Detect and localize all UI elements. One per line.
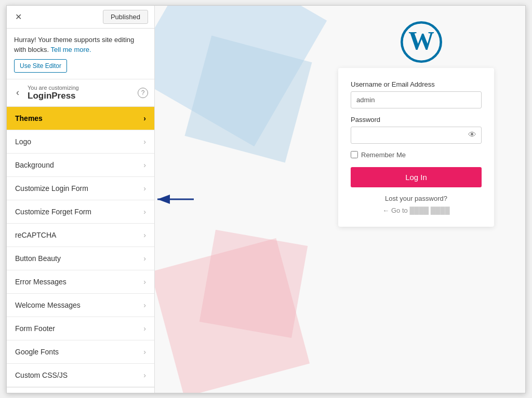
remember-me-row: Remember Me <box>351 151 482 159</box>
customizing-label: You are customizing <box>28 85 138 91</box>
menu-item-customize-login-form[interactable]: Customize Login Form › <box>7 177 154 200</box>
chevron-right-icon: › <box>143 301 146 309</box>
menu-item-label: Customize Forget Form <box>15 208 91 216</box>
chevron-right-icon: › <box>143 114 146 122</box>
go-to-line: ← Go to ████ ████ <box>351 207 482 214</box>
arrow-indicator <box>155 191 196 207</box>
chevron-right-icon: › <box>143 231 146 239</box>
site-link[interactable]: ████ ████ <box>409 207 449 214</box>
chevron-right-icon: › <box>143 184 146 193</box>
remember-me-label: Remember Me <box>361 151 406 159</box>
shape-pink2 <box>200 229 308 338</box>
username-input[interactable] <box>351 91 482 108</box>
login-card: Username or Email Address Password 👁 Rem… <box>338 68 494 227</box>
menu-item-label: Error Messages <box>15 278 66 286</box>
wp-logo-area: W <box>401 21 442 65</box>
menu-item-custom-css-js[interactable]: Custom CSS/JS › <box>7 364 154 387</box>
menu-item-logo[interactable]: Logo › <box>7 130 154 154</box>
menu-list: Themes › Logo › Background › Customize L… <box>7 107 154 393</box>
help-icon[interactable]: ? <box>138 88 148 98</box>
username-label: Username or Email Address <box>351 80 482 88</box>
menu-item-recaptcha[interactable]: reCAPTCHA › <box>7 224 154 247</box>
menu-item-form-footer[interactable]: Form Footer › <box>7 317 154 340</box>
go-to-label: ← Go to <box>382 207 407 214</box>
menu-item-label: Button Beauty <box>15 254 61 263</box>
menu-item-label: reCAPTCHA <box>15 231 56 239</box>
chevron-right-icon: › <box>143 254 146 263</box>
menu-item-label: Welcome Messages <box>15 301 81 309</box>
login-button[interactable]: Log In <box>351 167 482 187</box>
close-button[interactable]: ✕ <box>13 10 24 24</box>
tell-me-more-link[interactable]: Tell me more. <box>51 46 91 53</box>
use-site-editor-button[interactable]: Use Site Editor <box>14 59 67 73</box>
chevron-right-icon: › <box>143 161 146 169</box>
chevron-right-icon: › <box>143 138 146 146</box>
chevron-right-icon: › <box>143 371 146 379</box>
remember-me-checkbox[interactable] <box>351 151 358 158</box>
menu-item-label: Logo <box>15 138 31 146</box>
menu-item-label: Custom CSS/JS <box>15 371 68 379</box>
menu-item-label: Google Fonts <box>15 348 59 356</box>
menu-item-google-fonts[interactable]: Google Fonts › <box>7 340 154 364</box>
left-panel: ✕ Published Hurray! Your theme supports … <box>7 6 155 393</box>
password-wrapper: 👁 <box>351 127 482 144</box>
panel-footer-link[interactable]: Like our plugin? Leave a review here! › <box>7 387 154 393</box>
menu-item-customize-forget-form[interactable]: Customize Forget Form › <box>7 200 154 224</box>
menu-item-label: Customize Login Form <box>15 184 88 193</box>
customizer-title-block: You are customizing LoginPress <box>28 85 138 101</box>
chevron-right-icon: › <box>143 278 146 286</box>
menu-item-button-beauty[interactable]: Button Beauty › <box>7 247 154 270</box>
chevron-right-icon: › <box>143 324 146 333</box>
show-password-icon[interactable]: 👁 <box>468 130 476 140</box>
top-bar: ✕ Published <box>7 6 154 29</box>
customizer-header: ‹ You are customizing LoginPress ? <box>7 79 154 107</box>
password-label: Password <box>351 116 482 123</box>
svg-text:W: W <box>408 26 434 55</box>
menu-item-themes[interactable]: Themes › <box>7 107 154 130</box>
lost-password-link[interactable]: Lost your password? <box>351 195 482 202</box>
plugin-name: LoginPress <box>28 91 138 101</box>
menu-item-label: Background <box>15 161 54 169</box>
published-button[interactable]: Published <box>103 10 148 24</box>
password-input[interactable] <box>351 127 482 144</box>
chevron-right-icon: › <box>143 208 146 216</box>
menu-item-error-messages[interactable]: Error Messages › <box>7 270 154 294</box>
right-panel: W Username or Email Address Password 👁 R… <box>155 6 525 393</box>
wordpress-logo: W <box>401 21 442 63</box>
menu-item-background[interactable]: Background › <box>7 154 154 177</box>
menu-item-welcome-messages[interactable]: Welcome Messages › <box>7 294 154 317</box>
menu-item-label: Form Footer <box>15 324 55 333</box>
chevron-right-icon: › <box>143 348 146 356</box>
menu-item-label: Themes <box>15 114 43 122</box>
back-arrow-icon[interactable]: ‹ <box>13 86 22 99</box>
notice-box: Hurray! Your theme supports site editing… <box>7 29 154 79</box>
